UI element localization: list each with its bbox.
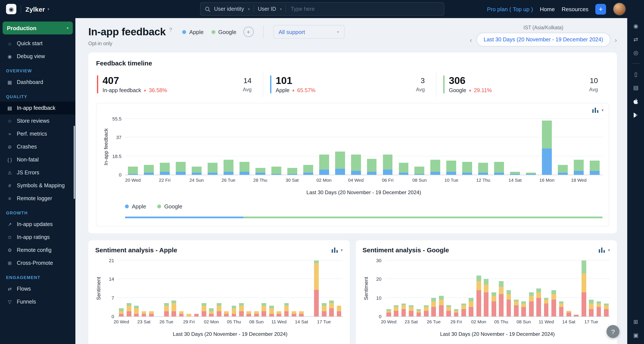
stacked-bar[interactable] <box>414 167 424 175</box>
stacked-bar[interactable] <box>292 311 296 317</box>
stacked-bar[interactable] <box>144 165 154 175</box>
stacked-bar[interactable] <box>462 162 472 175</box>
stacked-bar[interactable] <box>287 168 297 175</box>
stacked-bar[interactable] <box>303 165 313 175</box>
sidebar-item-quick-start[interactable]: ⌂Quick start <box>0 37 76 50</box>
device-icon[interactable]: ▯ <box>634 71 637 77</box>
stacked-bar[interactable] <box>383 155 393 175</box>
stacked-bar[interactable] <box>337 306 342 317</box>
desktop-icon[interactable]: ⊞ <box>634 319 638 325</box>
chevron-down-icon[interactable]: ▾ <box>48 7 49 11</box>
help-fab-button[interactable]: ? <box>606 325 620 338</box>
stacked-bar[interactable] <box>232 306 236 317</box>
platform-chip-google[interactable]: Google <box>211 29 236 35</box>
stacked-bar[interactable] <box>314 261 319 317</box>
stacked-bar[interactable] <box>454 309 458 317</box>
stacked-bar[interactable] <box>394 305 398 317</box>
sidebar-item-crashes[interactable]: ⊘Crashes <box>0 140 76 153</box>
sidebar-item-perf-metrics[interactable]: ≈Perf. metrics <box>0 127 76 140</box>
panels-icon[interactable]: ▣ <box>633 332 638 338</box>
stacked-bar[interactable] <box>276 311 281 317</box>
stacked-bar[interactable] <box>239 303 244 317</box>
stacked-bar[interactable] <box>269 306 274 317</box>
stacked-bar[interactable] <box>582 261 586 317</box>
stacked-bar[interactable] <box>514 300 519 317</box>
stacked-bar[interactable] <box>506 290 511 317</box>
stacked-bar[interactable] <box>240 162 250 175</box>
help-icon[interactable]: ? <box>169 27 172 33</box>
search-input[interactable] <box>290 5 440 12</box>
stacked-bar[interactable] <box>589 300 594 317</box>
bar-chart-type-icon[interactable] <box>599 247 605 253</box>
stacked-bar[interactable] <box>446 305 451 317</box>
stacked-bar[interactable] <box>484 279 489 317</box>
stacked-bar[interactable] <box>262 303 266 317</box>
stacked-bar[interactable] <box>160 163 170 175</box>
add-platform-button[interactable]: + <box>243 27 254 37</box>
sidebar-item-js-errors[interactable]: ⚠JS Errors <box>0 166 76 179</box>
resources-link[interactable]: Resources <box>562 6 588 12</box>
stacked-bar[interactable] <box>284 303 289 317</box>
stacked-bar[interactable] <box>186 314 191 317</box>
stacked-bar[interactable] <box>149 311 154 317</box>
sidebar-item-remote-logger[interactable]: ≡Remote logger <box>0 192 76 205</box>
legend-item-google[interactable]: Google <box>158 203 182 210</box>
stacked-bar[interactable] <box>126 303 131 317</box>
stacked-bar[interactable] <box>367 159 377 175</box>
sidebar-item-symbols-mapping[interactable]: #Symbols & Mapping <box>0 179 76 192</box>
stacked-bar[interactable] <box>202 303 206 317</box>
date-range-picker[interactable]: Last 30 Days (20 November - 19 December … <box>476 33 610 46</box>
stacked-bar[interactable] <box>526 173 536 175</box>
stacked-bar[interactable] <box>176 162 186 175</box>
avatar[interactable] <box>613 2 626 15</box>
stacked-bar[interactable] <box>574 315 579 317</box>
stacked-bar[interactable] <box>544 298 548 317</box>
sidebar-item-in-app-feedback[interactable]: ▤In-app feedback <box>0 102 76 114</box>
stacked-bar[interactable] <box>351 155 361 175</box>
stacked-bar[interactable] <box>272 167 281 175</box>
stacked-bar[interactable] <box>604 303 609 317</box>
stacked-bar[interactable] <box>208 163 218 175</box>
sidebar-scrollbar[interactable] <box>74 126 75 199</box>
support-filter-dropdown[interactable]: All support ▾ <box>273 25 344 39</box>
stacked-bar[interactable] <box>322 303 326 317</box>
stacked-bar[interactable] <box>128 167 138 175</box>
stacked-bar[interactable] <box>164 303 169 317</box>
stacked-bar[interactable] <box>510 172 520 175</box>
stacked-bar[interactable] <box>461 303 466 317</box>
stacked-bar[interactable] <box>430 160 440 175</box>
stacked-bar[interactable] <box>209 309 214 317</box>
bar-chart-type-icon[interactable] <box>592 108 598 113</box>
stacked-bar[interactable] <box>246 311 251 317</box>
stacked-bar[interactable] <box>522 302 526 317</box>
sidebar-item-remote-config[interactable]: ⚙Remote config <box>0 244 76 257</box>
stacked-bar[interactable] <box>134 306 139 317</box>
stacked-bar[interactable] <box>439 296 444 317</box>
stacked-bar[interactable] <box>476 275 481 317</box>
stacked-bar[interactable] <box>416 309 421 317</box>
stacked-bar[interactable] <box>558 165 568 175</box>
stacked-bar[interactable] <box>529 292 534 317</box>
stacked-bar[interactable] <box>256 168 265 175</box>
team-icon[interactable]: ◎ <box>634 50 638 55</box>
stacked-bar[interactable] <box>409 305 414 317</box>
environment-selector[interactable]: Production ▾ <box>2 21 73 34</box>
add-button[interactable]: + <box>595 4 606 14</box>
search-field-dropdown[interactable]: User ID <box>258 6 276 12</box>
plan-topup-link[interactable]: Pro plan ( Top up ) <box>487 6 533 12</box>
stacked-bar[interactable] <box>329 301 334 317</box>
stacked-bar[interactable] <box>590 161 600 175</box>
legend-item-apple[interactable]: Apple <box>125 203 146 210</box>
stacked-bar[interactable] <box>469 298 474 317</box>
stacked-bar[interactable] <box>566 311 571 317</box>
stacked-bar[interactable] <box>192 167 202 175</box>
stacked-bar[interactable] <box>142 311 146 317</box>
stacked-bar[interactable] <box>299 311 304 317</box>
stacked-bar[interactable] <box>254 311 259 317</box>
chevron-down-icon[interactable]: ▾ <box>280 7 282 11</box>
stacked-bar[interactable] <box>386 309 391 317</box>
stacked-bar[interactable] <box>335 152 345 175</box>
stacked-bar[interactable] <box>596 302 601 317</box>
app-logo-icon[interactable]: ◉ <box>6 4 16 14</box>
apple-icon[interactable] <box>633 98 638 105</box>
